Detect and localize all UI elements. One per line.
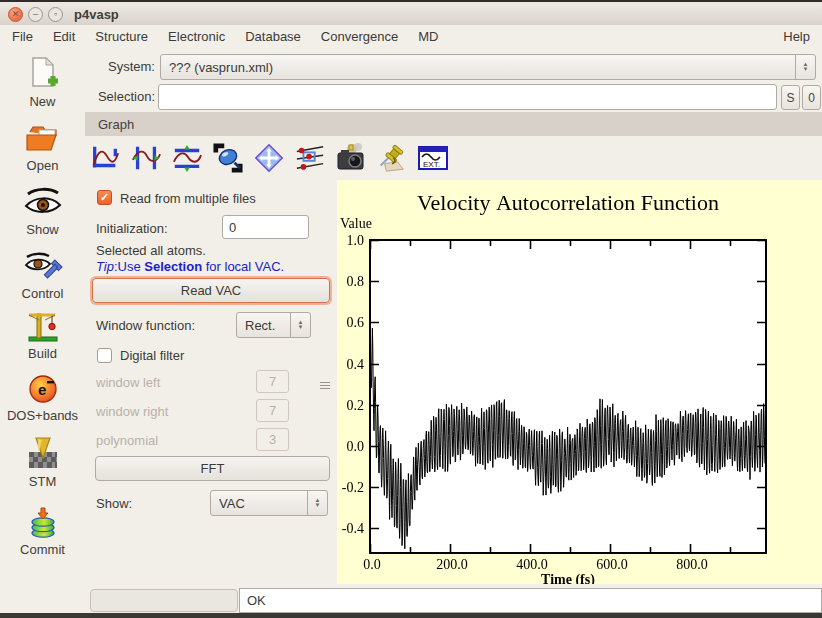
maximize-window-icon[interactable]: ▫ [48,7,63,22]
sidebar-item-commit[interactable]: Commit [0,506,85,557]
read-vac-button[interactable]: Read VAC [92,278,330,303]
tip-suffix: for local VAC. [202,259,284,274]
window-function-value: Rect. [237,318,290,333]
y-range-icon[interactable] [170,141,204,175]
menu-convergence[interactable]: Convergence [311,27,408,46]
sidebar-item-stm[interactable]: STM [0,436,85,489]
selection-input[interactable] [158,84,777,110]
sidebar-label: STM [0,474,85,489]
menu-edit[interactable]: Edit [43,27,85,46]
eye-icon [23,186,63,220]
new-document-icon [26,56,60,92]
svg-text:e: e [38,381,46,398]
status-field: OK [239,588,822,613]
show-value: VAC [211,496,307,511]
window-function-combobox[interactable]: Rect. ▲▼ [236,312,311,338]
pin-icon[interactable] [375,141,409,175]
polynomial-label: polynomial [96,433,158,448]
window-left-input [256,370,289,393]
sidebar-label: Commit [0,542,85,557]
sidebar-item-dos-bands[interactable]: e DOS+bands [0,372,85,423]
graph-section-header: Graph [85,112,822,136]
panel-splitter-handle[interactable] [320,377,330,393]
select-point-icon[interactable] [293,141,327,175]
initialization-label: Initialization: [96,221,168,236]
menu-structure[interactable]: Structure [85,27,158,46]
fft-button[interactable]: FFT [95,456,330,481]
selected-atoms-text: Selected all atoms. [96,243,206,258]
sidebar-item-new[interactable]: New [0,56,85,109]
sidebar-label: Show [0,222,85,237]
titlebar: ✕ – ▫ p4vasp [0,0,822,25]
progress-bar [90,589,238,612]
tip-mid: :Use [114,259,144,274]
selection-zero-button[interactable]: 0 [802,85,821,110]
vac-chart-region [337,180,822,584]
window-right-label: window right [96,404,168,419]
electron-icon: e [26,372,60,406]
system-label: System: [90,59,155,74]
selection-label: Selection: [88,89,155,104]
status-message: OK [247,593,266,608]
open-folder-icon [25,122,61,156]
window-bottom-edge [0,613,822,618]
zoom-icon[interactable] [211,141,245,175]
tip-text: Tip:Use Selection for local VAC. [96,259,284,274]
graph-section-title: Graph [98,117,134,132]
window-function-stepper-icon[interactable]: ▲▼ [290,313,310,337]
menu-md[interactable]: MD [408,27,448,46]
tip-selection-word: Selection [144,259,202,274]
ext-icon-label: EXT. [423,160,440,169]
sidebar-label: Control [0,286,85,301]
eye-wrench-icon [23,250,63,284]
commit-database-icon [25,506,61,540]
show-combobox[interactable]: VAC ▲▼ [210,490,328,516]
read-multiple-files-checkbox[interactable]: ✓ [97,190,112,205]
external-window-icon[interactable]: EXT. [416,141,450,175]
minimize-window-icon[interactable]: – [28,7,43,22]
system-stepper-icon[interactable]: ▲▼ [795,55,815,79]
x-range-icon[interactable] [129,141,163,175]
graph-toolbar: EXT. [88,139,818,177]
sidebar-item-open[interactable]: Open [0,122,85,173]
window-left-label: window left [96,375,160,390]
system-combobox[interactable]: ??? (vasprun.xml) ▲▼ [160,54,816,80]
sidebar-item-show[interactable]: Show [0,186,85,237]
menubar: File Edit Structure Electronic Database … [0,25,822,48]
polynomial-input [256,428,289,451]
menu-electronic[interactable]: Electronic [158,27,235,46]
show-label: Show: [96,496,132,511]
snapshot-icon[interactable] [334,141,368,175]
digital-filter-checkbox[interactable] [97,348,112,363]
read-multiple-files-label: Read from multiple files [120,191,256,206]
window-title: p4vasp [74,7,119,22]
system-value: ??? (vasprun.xml) [161,60,795,75]
digital-filter-label: Digital filter [120,348,184,363]
vac-chart-canvas[interactable] [337,180,822,584]
crane-icon [25,308,61,344]
sidebar-label: New [0,94,85,109]
menu-database[interactable]: Database [235,27,311,46]
sidebar-label: Open [0,158,85,173]
sidebar-label: Build [0,346,85,361]
window-right-input [256,399,289,422]
menu-help[interactable]: Help [771,27,822,46]
menu-file[interactable]: File [2,27,43,46]
initialization-input[interactable] [222,215,309,239]
tip-prefix: Tip [96,259,114,274]
sidebar-item-control[interactable]: Control [0,250,85,301]
fit-plot-icon[interactable] [88,141,122,175]
window-function-label: Window function: [96,318,195,333]
show-stepper-icon[interactable]: ▲▼ [307,491,327,515]
sidebar-item-build[interactable]: Build [0,308,85,361]
sidebar-label: DOS+bands [0,408,85,423]
stm-tip-icon [25,436,61,472]
selection-s-button[interactable]: S [781,85,800,110]
close-window-icon[interactable]: ✕ [8,7,23,22]
window-buttons: ✕ – ▫ [8,7,63,22]
pan-icon[interactable] [252,141,286,175]
